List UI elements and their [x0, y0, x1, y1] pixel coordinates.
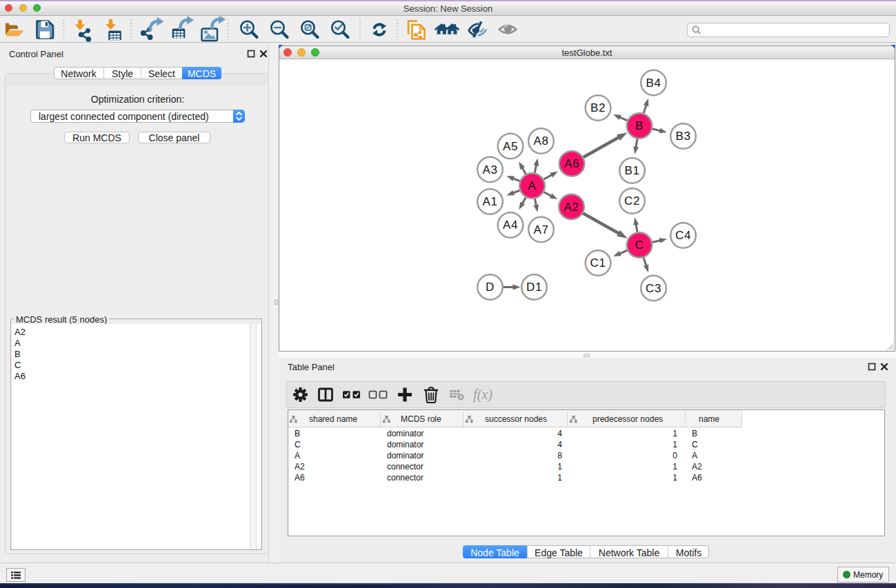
svg-text:A: A — [528, 179, 537, 192]
svg-text:A6: A6 — [564, 157, 579, 170]
svg-text:B: B — [635, 119, 644, 132]
svg-text:D: D — [486, 281, 495, 294]
svg-text:B3: B3 — [676, 130, 691, 143]
svg-text:C3: C3 — [646, 282, 661, 295]
svg-text:A1: A1 — [483, 195, 498, 208]
svg-text:B2: B2 — [590, 101, 606, 114]
svg-text:A4: A4 — [503, 219, 518, 232]
svg-text:C2: C2 — [624, 194, 640, 207]
svg-text:D1: D1 — [526, 281, 542, 294]
svg-text:A8: A8 — [534, 134, 549, 148]
svg-text:A7: A7 — [534, 223, 549, 236]
svg-text:B4: B4 — [646, 77, 661, 90]
svg-text:C4: C4 — [675, 229, 691, 242]
svg-text:C: C — [635, 239, 644, 252]
svg-text:A3: A3 — [483, 163, 498, 176]
svg-text:A2: A2 — [564, 201, 579, 214]
svg-text:B1: B1 — [625, 164, 640, 177]
svg-text:f(x): f(x) — [473, 387, 492, 403]
svg-text:A5: A5 — [503, 140, 518, 153]
svg-text:C1: C1 — [590, 256, 606, 270]
